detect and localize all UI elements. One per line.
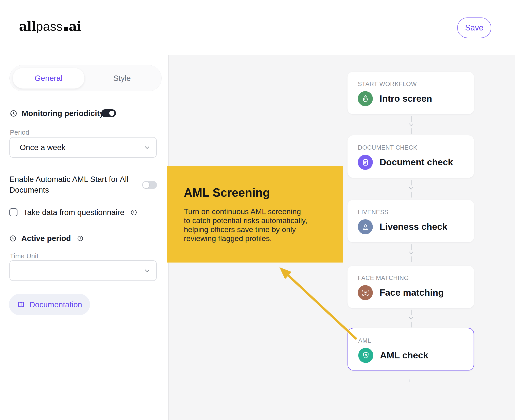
workflow-connector [408, 116, 414, 134]
tab-style[interactable]: Style [85, 68, 159, 89]
workflow-connector [408, 244, 414, 262]
node-title: Intro screen [380, 93, 432, 104]
workflow-node-face-matching[interactable]: FACE MATCHING Face matching [347, 266, 474, 308]
logo-part-bold: all [19, 19, 36, 34]
node-title: Document check [380, 157, 453, 168]
toggle-knob [108, 110, 115, 117]
face-id-icon [358, 285, 373, 300]
allpass-logo: allpassai [19, 19, 81, 34]
tab-bar: General Style [9, 65, 162, 91]
chevron-down-icon [143, 143, 151, 151]
chevron-down-icon [408, 123, 414, 127]
period-select[interactable]: Once a week [9, 137, 157, 158]
chevron-down-icon [143, 267, 151, 274]
monitoring-periodicity-row: Monitoring periodicity [9, 109, 104, 118]
questionnaire-checkbox[interactable] [9, 208, 17, 216]
node-category: FACE MATCHING [358, 275, 467, 282]
callout-body-line: reviewing flagged profiles. [184, 234, 330, 243]
connector-stub [409, 379, 410, 382]
period-label: Period [10, 128, 29, 136]
enable-aml-label: Enable Automatic AML Start for All Docum… [9, 174, 139, 195]
questionnaire-row: Take data from questionnaire [9, 207, 138, 217]
chevron-down-icon [408, 316, 414, 321]
info-icon[interactable] [130, 209, 138, 216]
time-unit-label: Time Unit [10, 252, 38, 260]
settings-sidebar: General Style Monitoring periodicity Per… [0, 55, 169, 420]
chevron-down-icon [408, 187, 414, 191]
info-icon[interactable] [77, 235, 84, 242]
node-category: DOCUMENT CHECK [358, 144, 467, 151]
sidebar-divider [0, 100, 169, 100]
app-header: allpassai Save [0, 0, 515, 55]
document-icon [358, 155, 373, 170]
shield-dollar-icon: $ [358, 348, 373, 363]
book-open-icon [17, 300, 25, 309]
active-period-label: Active period [21, 234, 71, 243]
node-category: START WORKFLOW [358, 81, 467, 88]
active-period-row: Active period [9, 233, 84, 243]
documentation-button[interactable]: Documentation [9, 294, 90, 315]
monitoring-periodicity-label: Monitoring periodicity [22, 109, 104, 118]
toggle-knob [143, 182, 149, 188]
person-icon [358, 219, 373, 234]
logo-square-dot-icon [64, 27, 68, 31]
logo-part-bold-2: ai [69, 19, 81, 34]
questionnaire-label: Take data from questionnaire [23, 208, 124, 217]
callout-title: AML Screening [184, 186, 330, 199]
period-value: Once a week [20, 143, 65, 152]
node-title: Liveness check [380, 222, 447, 232]
node-category: LIVENESS [358, 209, 467, 216]
workflow-connector [408, 180, 414, 198]
enable-aml-toggle[interactable] [142, 181, 157, 189]
chevron-down-icon [408, 251, 414, 255]
time-unit-select[interactable] [9, 260, 157, 281]
workflow-node-intro-screen[interactable]: START WORKFLOW Intro screen [347, 72, 474, 114]
clock-icon [9, 234, 17, 242]
workflow-node-aml-check[interactable]: AML $ AML check [347, 328, 474, 370]
aml-screening-callout: AML Screening Turn on continuous AML scr… [167, 166, 343, 262]
save-button[interactable]: Save [457, 17, 491, 38]
hand-icon [358, 91, 373, 106]
node-category: AML [358, 337, 467, 344]
workflow-node-liveness-check[interactable]: LIVENESS Liveness check [347, 200, 474, 242]
node-title: AML check [380, 350, 428, 361]
svg-text:$: $ [365, 353, 367, 357]
documentation-label: Documentation [29, 300, 82, 309]
callout-body-line: to catch potential risks automatically, [184, 216, 330, 225]
tab-general[interactable]: General [13, 68, 85, 89]
callout-body-line: Turn on continuous AML screening [184, 207, 330, 216]
callout-body-line: helping officers save time by only [184, 225, 330, 234]
node-title: Face matching [380, 287, 444, 298]
workflow-node-document-check[interactable]: DOCUMENT CHECK Document check [347, 135, 474, 178]
callout-body: Turn on continuous AML screening to catc… [184, 207, 330, 243]
monitoring-periodicity-toggle[interactable] [101, 109, 116, 117]
clock-history-icon [9, 109, 18, 118]
logo-part-regular: pass [36, 19, 62, 34]
workflow-connector [408, 310, 414, 328]
